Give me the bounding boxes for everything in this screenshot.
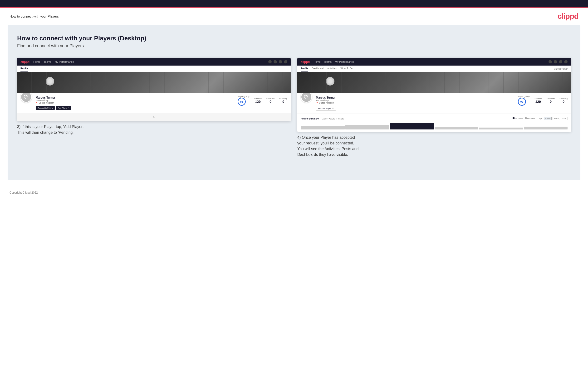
activities-value-2: 129 [534,100,542,104]
quality-stat-1: Player Quality 92 [238,95,250,106]
followers-value-2: 0 [547,100,555,104]
on-course-dot [513,117,515,119]
filter-3mths[interactable]: 3 mths [553,117,560,120]
activities-label-1: Activities [254,98,262,100]
following-value-1: 0 [279,100,287,104]
chart-header-2: Activity Summary Monthly Activity · 6 Mo… [301,116,568,120]
tab-what-to-on-2[interactable]: What To On [341,66,353,72]
quality-label-2: Player Quality [518,95,530,98]
screenshot-col-1: clippd Home Teams My Performance [17,58,291,158]
followers-label-1: Followers [266,98,275,100]
avatar-icon-1: ⛑ [24,94,29,100]
profile-info-1: Marcus Turner 1-5 Handicap 📍 United King… [36,95,234,110]
nav-performance-2: My Performance [335,60,354,63]
chart-title-2: Activity Summary [301,117,319,120]
screenshots-row: clippd Home Teams My Performance [17,58,571,158]
bar-1 [301,126,345,129]
nav-performance-1: My Performance [55,60,74,63]
main-subtitle: Find and connect with your Players [17,43,571,49]
app-tabs-1: Profile [17,66,291,72]
avatar-icon-2: ⛑ [304,94,309,100]
tab-group-2: Profile Dashboard Activities What To On [301,66,353,72]
tab-profile-1[interactable]: Profile [20,66,28,72]
filter-1yr[interactable]: 1 yr [538,117,543,120]
caption-section-1: 3) If this is your Player tap, 'Add Play… [17,121,291,135]
nav-teams-2: Teams [324,60,332,63]
tab-user-selector[interactable]: Marcus Turner [554,68,568,70]
player-name-2: Marcus Turner [316,96,514,99]
mock-app-1: clippd Home Teams My Performance [17,58,291,121]
quality-label-1: Player Quality [238,95,250,98]
profile-stats-2: Player Quality 92 Activities 129 Followe… [518,95,568,106]
nav-teams-1: Teams [44,60,51,63]
player-country-2: 📍 United Kingdom [316,102,514,104]
profile-buttons-1: Request to Follow Add Player + [36,106,234,110]
caption-section-2: 4) Once your Player has acceptedyour req… [297,132,571,158]
chart-title-group: Activity Summary Monthly Activity · 6 Mo… [301,116,344,120]
app-logo-1: clippd [20,60,29,64]
mock-app-2: clippd Home Teams My Performance [297,58,571,132]
main-content: How to connect with your Players (Deskto… [8,25,580,180]
followers-stat-1: Followers 0 [266,98,275,104]
hero-image-2 [297,72,571,93]
footer-text: Copyright Clippd 2022 [9,191,38,194]
add-player-button[interactable]: Add Player + [56,106,71,110]
activities-label-2: Activities [534,98,542,100]
profile-icon-1 [274,60,277,63]
tab-activities-2[interactable]: Activities [327,66,337,72]
quality-stat-2: Player Quality 92 [518,95,530,106]
profile-icon-2 [554,60,557,63]
filter-1mth[interactable]: 1 mth [561,117,568,120]
chart-period-2: Monthly Activity · 6 Months [322,118,344,120]
page-footer: Copyright Clippd 2022 [0,188,588,198]
settings-icon-1 [279,60,282,63]
followers-stat-2: Followers 0 [547,98,555,104]
clippd-logo: clippd [558,12,579,21]
app-logo-2: clippd [301,60,310,64]
search-icon-2 [548,60,552,63]
filter-6mths[interactable]: 6 mths [544,117,552,120]
app-nav-1: clippd Home Teams My Performance [17,58,291,66]
quality-circle-1: 92 [238,98,246,106]
player-country-1: 📍 United Kingdom [36,102,234,104]
tab-profile-2[interactable]: Profile [301,66,308,72]
caption-text-1: 3) If this is your Player tap, 'Add Play… [17,124,291,135]
remove-player-button[interactable]: Remove Player ✕ [316,106,336,111]
bar-3 [390,123,434,129]
request-follow-button[interactable]: Request to Follow [36,106,55,110]
app-nav-icons-1 [268,60,287,63]
quality-circle-2: 92 [518,98,526,106]
followers-label-2: Followers [547,98,555,100]
profile-buttons-2: Remove Player ✕ [316,106,514,111]
legend-off-course: Off course [525,117,535,119]
activities-stat-2: Activities 129 [534,98,542,104]
off-course-dot [525,117,527,119]
main-title: How to connect with your Players (Deskto… [17,35,571,42]
following-value-2: 0 [560,100,568,104]
menu-icon-1 [284,60,287,63]
hero-image-1 [17,72,291,93]
profile-info-2: Marcus Turner 1-5 Handicap 📍 United King… [316,95,514,111]
pin-icon-2: 📍 [316,102,318,104]
search-icon-1 [268,60,272,63]
bar-5 [479,128,523,129]
chart-area-2: Activity Summary Monthly Activity · 6 Mo… [297,114,571,132]
screenshot-col-2: clippd Home Teams My Performance [297,58,571,158]
scroll-hint-1: ✎ [17,113,291,121]
bar-6 [524,127,568,129]
tab-dashboard-2[interactable]: Dashboard [312,66,323,72]
app-nav-items-1: Home Teams My Performance [33,60,265,63]
settings-icon-2 [559,60,562,63]
player-handicap-1: 1-5 Handicap [36,99,234,102]
remove-x-icon: ✕ [332,107,334,109]
followers-value-1: 0 [266,100,275,104]
bar-2 [345,125,389,129]
pin-icon-1: 📍 [36,102,38,104]
following-stat-2: Following 0 [560,98,568,104]
following-label-2: Following [560,98,568,100]
player-handicap-2: 1-5 Handicap [316,99,514,102]
legend-on-course: On course [513,117,523,119]
caption-text-2: 4) Once your Player has acceptedyour req… [297,135,571,158]
following-label-1: Following [279,98,287,100]
chart-legend-2: On course Off course [513,117,535,119]
